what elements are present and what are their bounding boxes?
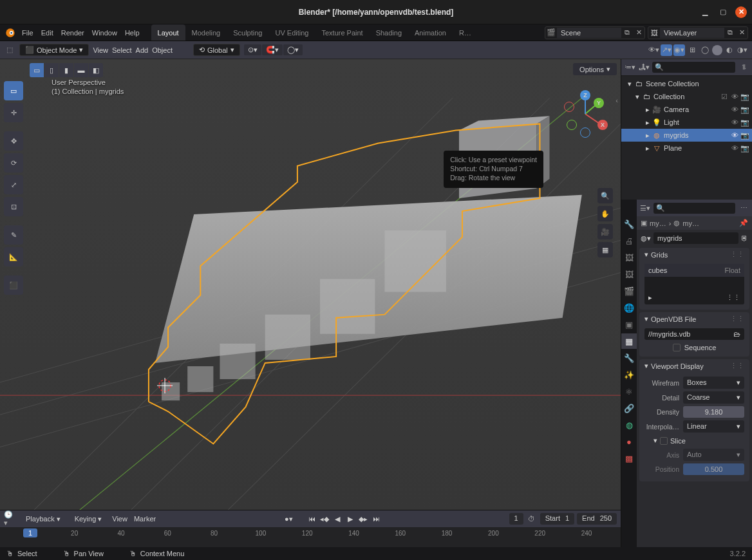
detail-select[interactable]: Coarse▾ (683, 391, 744, 404)
xray-icon[interactable]: ⊞ (686, 44, 698, 56)
density-field[interactable]: 9.180 (683, 406, 744, 418)
keyframe-prev-icon[interactable]: ◂◆ (319, 513, 330, 525)
select-intersect-icon[interactable]: ▬ (74, 63, 88, 77)
hdr-add[interactable]: Add (136, 46, 149, 54)
prop-tab-material[interactable]: ● (621, 434, 637, 449)
outliner-scene-collection[interactable]: ▾🗀 Scene Collection (621, 77, 752, 90)
tool-transform[interactable]: ⊡ (4, 197, 23, 216)
start-frame-field[interactable]: Start1 (540, 513, 574, 525)
menu-help[interactable]: Help (125, 29, 140, 37)
prop-tab-data[interactable]: ◍ (621, 417, 637, 433)
tab-more[interactable]: R… (453, 24, 478, 41)
prop-tab-scene[interactable]: 🎬 (621, 283, 637, 299)
end-frame-field[interactable]: End250 (577, 513, 617, 525)
editor-type-icon[interactable]: ⬚ (4, 44, 15, 56)
orientation-select[interactable]: ⟲ Global ▾ (193, 44, 240, 56)
eye-icon[interactable]: 👁 (730, 118, 739, 127)
minimize-icon[interactable]: ▁ (699, 6, 711, 18)
axis-neg-y-icon[interactable] (567, 120, 577, 130)
autokey-icon[interactable]: ●▾ (283, 513, 294, 525)
panel-openvdb-header[interactable]: ▾OpenVDB File⋮⋮ (639, 312, 749, 326)
viewlayer-new-icon[interactable]: ⧉ (724, 27, 736, 39)
select-extend-icon[interactable]: ▯ (44, 63, 59, 77)
timeline-ruler[interactable]: 1 20 40 60 80 100 120 140 160 180 200 22… (0, 527, 621, 547)
mode-select[interactable]: ⬛ Object Mode ▾ (19, 44, 89, 56)
scene-name[interactable]: Scene (557, 28, 621, 38)
panel-vpd-header[interactable]: ▾Viewport Display⋮⋮ (639, 359, 749, 373)
outliner-item-camera[interactable]: ▸🎥 Camera 👁📷 (621, 103, 752, 116)
select-subtract-icon[interactable]: ▮ (59, 63, 73, 77)
play-rev-icon[interactable]: ◀ (332, 513, 343, 525)
timeline-playhead[interactable]: 1 (23, 528, 37, 537)
outliner-display-icon[interactable]: 🏞▾ (638, 62, 650, 73)
axis-y-icon[interactable]: Y (594, 98, 604, 108)
prop-tab-render[interactable]: 🖨 (621, 233, 637, 248)
axis-gizmo[interactable]: Z Y X (563, 91, 608, 136)
render-icon[interactable]: 📷 (740, 106, 749, 114)
axis-neg-z-icon[interactable] (580, 127, 590, 138)
eye-icon[interactable]: 👁 (730, 93, 739, 101)
outliner-item-light[interactable]: ▸💡 Light 👁📷 (621, 116, 752, 129)
pan-hand-icon[interactable]: ✋ (597, 206, 613, 221)
overlays-icon[interactable]: ◉▾ (673, 44, 685, 56)
proportional-icon[interactable]: ◯▾ (283, 44, 303, 55)
play-icon[interactable]: ▶ (344, 513, 356, 525)
keyframe-next-icon[interactable]: ◆▸ (357, 513, 369, 525)
properties-options-icon[interactable]: ⋯ (738, 202, 749, 214)
viewport-3d[interactable]: ▭ ▯ ▮ ▬ ◧ ▭ ✛ ✥ ⟳ ⤢ ⊡ ✎ 📐 ⬛ Us (0, 59, 621, 510)
shading-solid-icon[interactable] (712, 45, 722, 55)
tool-annotate[interactable]: ✎ (4, 225, 23, 245)
slice-position-field[interactable]: 0.500 (683, 463, 744, 475)
slice-checkbox[interactable] (660, 437, 668, 445)
hdr-view[interactable]: View (93, 46, 108, 54)
openvdb-filepath-field[interactable]: //mygrids.vdb🗁 (644, 328, 744, 340)
list-grip-icon[interactable]: ⋮⋮ (726, 294, 740, 302)
tab-modeling[interactable]: Modeling (185, 24, 227, 41)
interpolation-select[interactable]: Linear▾ (683, 420, 744, 433)
gizmo-toggle-icon[interactable]: ↗▾ (661, 44, 672, 56)
tool-move[interactable]: ✥ (4, 131, 23, 151)
timeline-view-menu[interactable]: View (112, 515, 127, 523)
select-box-icon[interactable]: ▭ (30, 63, 44, 77)
tab-layout[interactable]: Layout (151, 24, 185, 41)
tool-measure[interactable]: 📐 (4, 247, 23, 266)
render-icon[interactable]: 📷 (740, 93, 749, 101)
zoom-icon[interactable]: 🔍 (597, 188, 613, 203)
prop-tab-world[interactable]: 🌐 (621, 300, 637, 315)
filter-icon[interactable]: ⥮ (738, 62, 749, 73)
viewlayer-name[interactable]: ViewLayer (660, 28, 724, 38)
tab-animation[interactable]: Animation (408, 24, 453, 41)
maximize-icon[interactable]: ▢ (717, 6, 729, 18)
eye-icon[interactable]: 👁 (730, 131, 739, 140)
scene-new-icon[interactable]: ⧉ (621, 27, 633, 39)
visibility-icon[interactable]: 👁▾ (648, 44, 659, 56)
prop-tab-modifiers[interactable]: 🔧 (621, 350, 637, 366)
jump-end-icon[interactable]: ⏭ (370, 513, 382, 525)
outliner-item-plane[interactable]: ▸▽ Plane 👁📷 (621, 142, 752, 154)
shield-icon[interactable]: ⛨ (741, 234, 748, 242)
prop-tab-output[interactable]: 🖼 (621, 250, 637, 265)
render-icon[interactable]: 📷 (740, 118, 749, 127)
viewlayer-selector[interactable]: 🖼 ViewLayer ⧉ ✕ (648, 26, 748, 39)
hdr-object[interactable]: Object (152, 46, 173, 54)
prop-tab-collection[interactable]: ▣ (621, 317, 637, 332)
menu-render[interactable]: Render (61, 29, 84, 37)
prop-tab-particles[interactable]: ✨ (621, 367, 637, 382)
outliner-collection[interactable]: ▾🗀 Collection ☑👁📷 (621, 90, 752, 103)
axis-x-icon[interactable]: X (597, 120, 608, 130)
tool-add-cube[interactable]: ⬛ (4, 275, 23, 295)
wireframe-select[interactable]: Boxes▾ (683, 377, 744, 389)
menu-edit[interactable]: Edit (41, 29, 53, 37)
object-name-field[interactable]: mygrids (653, 232, 738, 244)
prop-tab-texture[interactable]: ▩ (621, 451, 637, 466)
slice-axis-select[interactable]: Auto▾ (683, 449, 744, 461)
data-icon[interactable]: ◍▾ (641, 234, 651, 243)
prop-tab-constraints[interactable]: 🔗 (621, 400, 637, 416)
scene-selector[interactable]: 🎬 Scene ⧉ ✕ (545, 26, 645, 39)
menu-file[interactable]: File (22, 29, 33, 37)
playback-menu[interactable]: Playback▾ (22, 514, 64, 525)
keying-menu[interactable]: Keying▾ (71, 514, 106, 525)
preview-range-icon[interactable]: ⏱ (526, 513, 538, 525)
axis-neg-x-icon[interactable] (564, 102, 574, 112)
outliner-item-mygrids[interactable]: ▸◍ mygrids 👁📷 (621, 129, 752, 142)
